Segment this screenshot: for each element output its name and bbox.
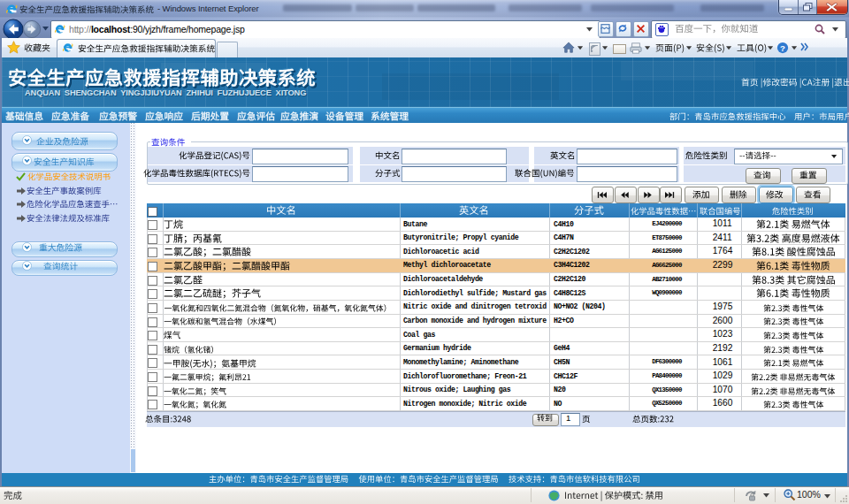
svg-text:?: ? [780,43,785,53]
